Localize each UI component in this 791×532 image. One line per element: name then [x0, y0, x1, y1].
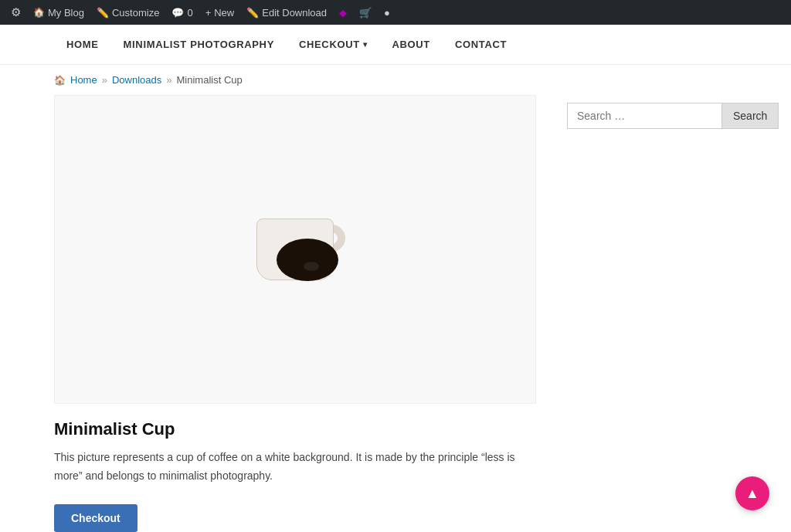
nav-contact-label: CONTACT: [455, 39, 507, 50]
wp-logo-item[interactable]: ⚙: [6, 0, 25, 25]
product-image: [54, 95, 536, 404]
page-content: Minimalist Cup This picture represents a…: [0, 95, 791, 532]
main-navigation: HOME MINIMALIST PHOTOGRAPHY CHECKOUT ▾ A…: [0, 25, 791, 65]
scroll-top-icon: ▲: [745, 486, 759, 502]
checkout-chevron-icon: ▾: [363, 40, 368, 49]
dot-icon: ●: [384, 7, 390, 19]
new-label: New: [214, 7, 234, 19]
customize-label: Customize: [112, 7, 159, 19]
search-form: Search: [567, 103, 737, 129]
breadcrumb-downloads-link[interactable]: Downloads: [112, 74, 161, 86]
main-area: Minimalist Cup This picture represents a…: [54, 95, 536, 532]
breadcrumb-sep-1: »: [102, 74, 107, 86]
comments-icon: 💬: [171, 7, 184, 19]
customize-icon: ✏️: [97, 7, 109, 19]
breadcrumb: 🏠 Home » Downloads » Minimalist Cup: [0, 65, 791, 95]
my-blog-icon: 🏠: [33, 7, 45, 18]
comments-count: 0: [187, 7, 192, 19]
search-widget: Search: [567, 103, 737, 129]
edd-icon: ◆: [339, 7, 347, 19]
nav-checkout-label: CHECKOUT: [299, 39, 360, 50]
my-blog-label: My Blog: [48, 7, 84, 19]
nav-item-contact[interactable]: CONTACT: [443, 25, 519, 64]
my-blog-item[interactable]: 🏠 My Blog: [29, 0, 89, 25]
cup-liquid-shine: [304, 262, 319, 271]
scroll-to-top-button[interactable]: ▲: [735, 476, 769, 510]
nav-item-home[interactable]: HOME: [54, 25, 111, 64]
nav-about-label: ABOUT: [392, 39, 429, 50]
dot-icon-item[interactable]: ●: [379, 0, 395, 25]
nav-item-about[interactable]: ABOUT: [379, 25, 442, 64]
coffee-cup-illustration: [245, 203, 345, 296]
nav-item-checkout[interactable]: CHECKOUT ▾: [287, 25, 380, 64]
breadcrumb-current: Minimalist Cup: [176, 74, 242, 86]
edit-download-item[interactable]: ✏️ Edit Download: [242, 0, 331, 25]
search-button[interactable]: Search: [721, 103, 779, 129]
woo-icon-item[interactable]: 🛒: [355, 0, 376, 25]
wp-logo-icon: ⚙: [11, 5, 21, 19]
sidebar: Search: [567, 95, 737, 532]
product-title: Minimalist Cup: [54, 419, 536, 439]
home-icon: 🏠: [54, 75, 66, 86]
nav-home-label: HOME: [66, 39, 99, 50]
new-item[interactable]: + New: [201, 0, 239, 25]
nav-item-minimalist-photography[interactable]: MINIMALIST PHOTOGRAPHY: [111, 25, 287, 64]
breadcrumb-sep-2: »: [166, 74, 171, 86]
product-description: This picture represents a cup of coffee …: [54, 449, 536, 486]
search-input[interactable]: [567, 103, 721, 129]
woo-icon: 🛒: [359, 7, 372, 19]
customize-item[interactable]: ✏️ Customize: [92, 0, 164, 25]
comments-item[interactable]: 💬 0: [167, 0, 197, 25]
nav-photography-label: MINIMALIST PHOTOGRAPHY: [124, 39, 274, 50]
edit-download-label: Edit Download: [262, 7, 327, 19]
cup-body: [256, 219, 334, 280]
checkout-button[interactable]: Checkout: [54, 504, 137, 532]
new-icon: +: [205, 7, 212, 19]
edd-icon-item[interactable]: ◆: [334, 0, 351, 25]
admin-bar: ⚙ 🏠 My Blog ✏️ Customize 💬 0 + New ✏️ Ed…: [0, 0, 791, 25]
breadcrumb-home-link[interactable]: Home: [70, 74, 97, 86]
cup-liquid: [277, 239, 338, 281]
edit-download-icon: ✏️: [246, 7, 259, 19]
